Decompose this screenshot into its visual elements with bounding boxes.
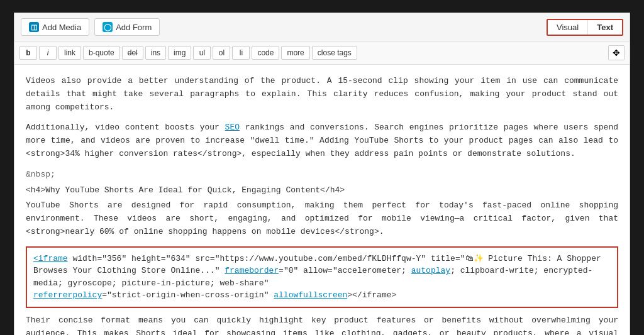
- paragraph-4: Their concise format means you can quick…: [26, 314, 618, 335]
- format-closetags-button[interactable]: close tags: [312, 46, 357, 60]
- add-form-button[interactable]: ◯ Add Form: [94, 18, 160, 36]
- format-ins-button[interactable]: ins: [145, 46, 166, 60]
- format-bquote-button[interactable]: b-quote: [83, 46, 120, 60]
- frameborder-link[interactable]: frameborder: [225, 266, 279, 275]
- toolbar-left: ◫ Add Media ◯ Add Form: [21, 18, 160, 36]
- top-toolbar: ◫ Add Media ◯ Add Form Visual Text: [14, 13, 630, 41]
- iframe-block: <iframe width="356" height="634" src="ht…: [26, 246, 618, 308]
- visual-view-button[interactable]: Visual: [548, 20, 588, 35]
- format-link-button[interactable]: link: [58, 46, 81, 60]
- paragraph-1: Videos also provide a better understandi…: [26, 75, 618, 114]
- format-li-button[interactable]: li: [232, 46, 250, 60]
- iframe-code: <iframe width="356" height="634" src="ht…: [33, 254, 601, 300]
- referrerpolicy-link[interactable]: referrerpolicy: [33, 290, 102, 300]
- format-ol-button[interactable]: ol: [213, 46, 230, 60]
- text-view-button[interactable]: Text: [588, 20, 622, 35]
- format-bold-button[interactable]: b: [19, 46, 37, 60]
- paragraph-2: Additionally, video content boosts your …: [26, 121, 618, 160]
- add-media-icon: ◫: [29, 22, 39, 32]
- format-ul-button[interactable]: ul: [193, 46, 211, 60]
- autoplay-link[interactable]: autoplay: [411, 266, 450, 275]
- allowfullscreen-link[interactable]: allowfullscreen: [274, 290, 347, 300]
- add-form-icon: ◯: [103, 22, 113, 32]
- add-media-label: Add Media: [42, 23, 81, 32]
- format-code-button[interactable]: code: [252, 46, 279, 60]
- iframe-tag-link[interactable]: <iframe: [33, 254, 68, 263]
- add-media-button[interactable]: ◫ Add Media: [21, 18, 89, 36]
- editor-container: ◫ Add Media ◯ Add Form Visual Text b i l…: [14, 13, 630, 335]
- add-form-label: Add Form: [116, 23, 152, 32]
- para2-prefix: Additionally, video content boosts your: [26, 123, 225, 132]
- format-italic-button[interactable]: i: [39, 46, 57, 60]
- format-del-button[interactable]: del: [122, 46, 143, 60]
- format-img-button[interactable]: img: [168, 46, 191, 60]
- nbsp-line: &nbsp;: [26, 168, 618, 182]
- fullscreen-button[interactable]: ✥: [608, 45, 625, 60]
- format-more-button[interactable]: more: [281, 46, 309, 60]
- paragraph-3: YouTube Shorts are designed for rapid co…: [26, 199, 618, 238]
- h4-line: <h4>Why YouTube Shorts Are Ideal for Qui…: [26, 184, 618, 197]
- content-area[interactable]: Videos also provide a better understandi…: [14, 65, 630, 335]
- view-toggle: Visual Text: [547, 19, 623, 36]
- format-toolbar: b i link b-quote del ins img ul ol li co…: [14, 41, 630, 65]
- seo-link[interactable]: SEO: [225, 123, 240, 132]
